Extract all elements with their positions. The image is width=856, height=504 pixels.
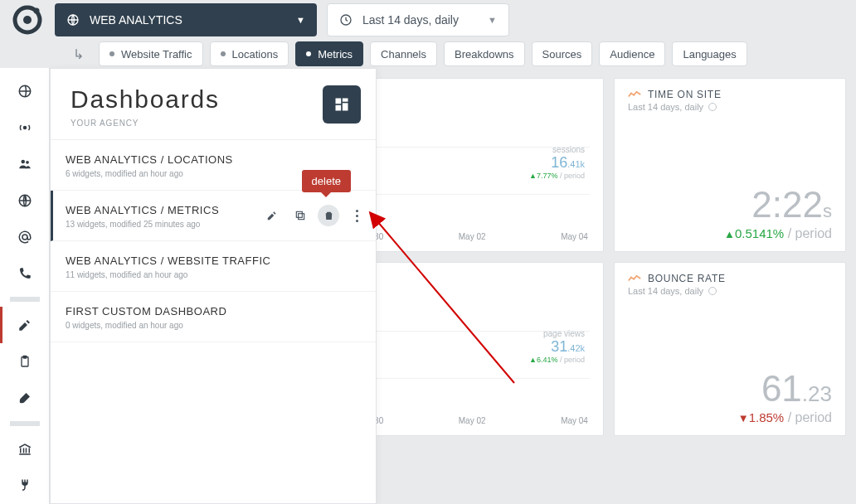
duplicate-button[interactable] (289, 205, 311, 226)
delete-button[interactable]: delete (318, 205, 339, 226)
svg-point-8 (26, 161, 29, 164)
globe-icon (66, 13, 80, 27)
widget-title: TIME ON SITE (648, 89, 722, 100)
nav-broadcast-icon[interactable] (0, 109, 50, 146)
spark-line-icon (628, 274, 641, 283)
workspace-label: WEB ANALYTICS (90, 13, 182, 27)
nav-phone-icon[interactable] (0, 255, 50, 292)
more-button[interactable] (346, 205, 367, 226)
more-icon (356, 210, 358, 222)
tab-languages[interactable]: Languages (672, 41, 747, 66)
svg-rect-22 (343, 99, 348, 102)
svg-rect-21 (336, 99, 342, 104)
dashboard-item-title: WEB ANALYTICS / LOCATIONS (66, 153, 361, 166)
date-range-label: Last 14 days, daily (362, 13, 459, 27)
nav-brush-icon[interactable] (0, 380, 50, 416)
svg-point-6 (23, 127, 26, 129)
svg-point-7 (21, 160, 25, 164)
svg-rect-24 (336, 105, 342, 111)
dashboard-list-item[interactable]: WEB ANALYTICS / METRICS13 widgets, modif… (51, 191, 376, 241)
svg-point-2 (34, 8, 40, 14)
metric-value: 2:22s (628, 187, 832, 223)
trash-icon (323, 210, 334, 221)
dashboard-item-title: WEB ANALYTICS / WEBSITE TRAFFIC (66, 254, 361, 267)
panel-subtitle: YOUR AGENCY (71, 119, 220, 128)
workspace-selector[interactable]: WEB ANALYTICS ▼ (55, 3, 317, 36)
svg-rect-12 (23, 356, 27, 358)
nav-at-icon[interactable] (0, 219, 50, 255)
copy-icon (294, 210, 306, 221)
edit-button[interactable] (261, 205, 283, 226)
grid-icon (333, 96, 350, 113)
metric-delta: ▲0.5141% / period (628, 226, 832, 241)
nav-clipboard-icon[interactable] (0, 343, 50, 380)
widget-title: BOUNCE RATE (648, 273, 726, 284)
svg-rect-23 (343, 103, 348, 110)
svg-rect-25 (299, 214, 304, 220)
metric-value: 61.23 (628, 371, 832, 407)
widget-bounce-rate: BOUNCE RATE Last 14 days, daily 61.23 ▼1… (614, 262, 846, 436)
tab-channels[interactable]: Channels (370, 41, 437, 66)
app-logo (10, 2, 45, 37)
tab-metrics[interactable]: Metrics (295, 41, 363, 66)
dashboard-list-item[interactable]: FIRST CUSTOM DASHBOARD0 widgets, modifie… (51, 292, 376, 342)
nav-plug-icon[interactable] (0, 468, 50, 504)
side-nav (0, 68, 50, 504)
dashboard-list-item[interactable]: WEB ANALYTICS / WEBSITE TRAFFIC11 widget… (51, 241, 376, 292)
metric-delta: ▼1.85% / period (628, 410, 832, 425)
nav-speed-icon[interactable] (0, 182, 50, 219)
nav-people-icon[interactable] (0, 146, 50, 182)
spark-line-icon (628, 90, 641, 99)
panel-title: Dashboards (71, 85, 220, 114)
clock-icon (339, 13, 353, 27)
dashboard-item-meta: 0 widgets, modified an hour ago (66, 321, 361, 330)
info-icon[interactable] (708, 287, 717, 295)
pencil-icon (266, 210, 278, 221)
dashboards-panel: Dashboards YOUR AGENCY WEB ANALYTICS / L… (50, 68, 377, 504)
dashboard-tabs-row: ↳ Website TrafficLocationsMetricsChannel… (0, 41, 856, 68)
widget-time-on-site: TIME ON SITE Last 14 days, daily 2:22s ▲… (614, 78, 846, 252)
chevron-down-icon: ▼ (488, 15, 497, 25)
chevron-down-icon: ▼ (296, 15, 305, 25)
tab-locations[interactable]: Locations (210, 41, 289, 66)
tab-website-traffic[interactable]: Website Traffic (99, 41, 203, 66)
new-dashboard-button[interactable] (323, 85, 361, 124)
svg-point-1 (23, 16, 32, 24)
tab-breakdowns[interactable]: Breakdowns (444, 41, 525, 66)
widget-sub: Last 14 days, daily (628, 102, 703, 112)
top-bar: WEB ANALYTICS ▼ Last 14 days, daily ▼ (0, 0, 856, 41)
dashboard-item-meta: 11 widgets, modified an hour ago (66, 270, 361, 279)
enter-icon: ↳ (73, 46, 84, 62)
tab-audience[interactable]: Audience (599, 41, 665, 66)
delete-tooltip: delete (302, 170, 351, 192)
nav-globe-icon[interactable] (0, 73, 50, 109)
date-range-selector[interactable]: Last 14 days, daily ▼ (327, 3, 509, 36)
info-icon[interactable] (708, 103, 717, 111)
dashboard-item-title: FIRST CUSTOM DASHBOARD (66, 305, 361, 317)
nav-bank-icon[interactable] (0, 431, 50, 468)
nav-design-icon[interactable] (0, 307, 50, 343)
svg-point-10 (22, 235, 27, 240)
widget-sub: Last 14 days, daily (628, 286, 703, 296)
tab-sources[interactable]: Sources (532, 41, 593, 66)
svg-rect-26 (296, 211, 302, 217)
